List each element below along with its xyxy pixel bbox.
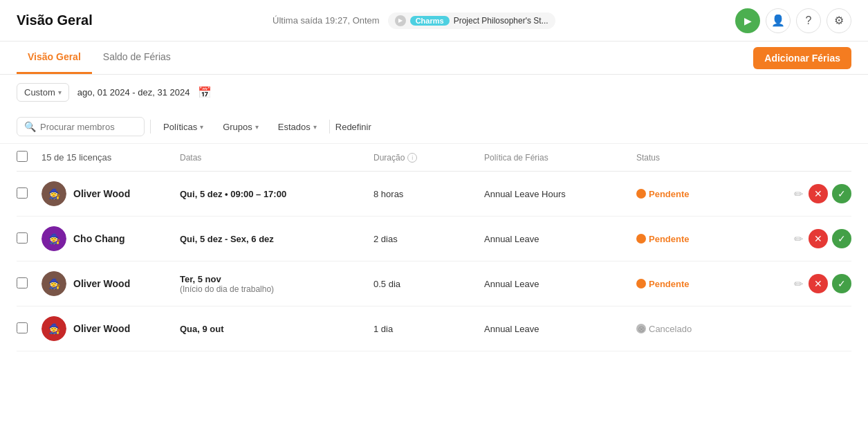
start-timer-button[interactable]: ▶: [735, 8, 760, 33]
row-checkbox[interactable]: [17, 322, 28, 333]
groups-filter-button[interactable]: Grupos ▾: [216, 118, 266, 136]
tab-list: Visão Geral Saldo de Férias: [17, 42, 182, 74]
duration-cell: 0.5 dia: [373, 279, 484, 289]
date-cell: Qui, 5 dez • 09:00 – 17:00: [180, 189, 373, 199]
status-badge: ⊗ Cancelado: [636, 324, 692, 334]
status-dot-icon: [636, 279, 646, 288]
tab-saldo-ferias[interactable]: Saldo de Férias: [92, 42, 182, 74]
duration-cell: 1 dia: [373, 324, 484, 334]
active-project-badge[interactable]: ▶ Charms Project Philosopher's St...: [388, 12, 555, 29]
status-cell: Pendente: [636, 234, 761, 244]
policy-cell: Annual Leave: [484, 234, 636, 244]
policies-filter-button[interactable]: Políticas ▾: [156, 118, 210, 136]
reject-button[interactable]: ✕: [809, 184, 828, 203]
status-badge: Pendente: [636, 234, 690, 244]
row-checkbox[interactable]: [17, 232, 28, 244]
status-badge: Pendente: [636, 279, 690, 289]
duration-cell: 2 dias: [373, 234, 484, 244]
edit-icon[interactable]: ✏: [793, 186, 804, 202]
member-name: Oliver Wood: [73, 278, 130, 289]
avatar: 🧙: [41, 181, 66, 206]
policies-label: Políticas: [163, 122, 197, 132]
user-profile-button[interactable]: 👤: [766, 8, 791, 33]
row-actions: ✏ ✕ ✓: [761, 274, 851, 293]
approve-button[interactable]: ✓: [832, 229, 851, 248]
member-name: Oliver Wood: [73, 188, 130, 199]
duration-info-icon[interactable]: i: [407, 153, 417, 163]
tab-bar: Visão Geral Saldo de Férias Adicionar Fé…: [0, 42, 868, 75]
tab-visao-geral[interactable]: Visão Geral: [17, 42, 92, 74]
row-actions: ✏ ✕ ✓: [761, 184, 851, 203]
search-icon: 🔍: [24, 121, 36, 132]
divider: [150, 120, 151, 134]
row-checkbox[interactable]: [17, 187, 28, 199]
chevron-down-icon: ▾: [200, 123, 203, 131]
col-status: Status: [636, 153, 761, 163]
chevron-down-icon: ▾: [255, 123, 259, 131]
avatar: 🧙: [41, 316, 66, 341]
chevron-down-icon: ▾: [313, 123, 317, 131]
project-name: Project Philosopher's St...: [454, 16, 548, 26]
row-checkbox[interactable]: [17, 277, 28, 288]
status-badge: Pendente: [636, 189, 690, 199]
status-dot-icon: ⊗: [636, 324, 646, 333]
last-exit-text: Última saída 19:27, Ontem: [273, 15, 380, 26]
col-policy: Política de Férias: [484, 153, 636, 163]
date-filter-bar: Custom ▾ ago, 01 2024 - dez, 31 2024 📅: [0, 75, 868, 110]
leave-table: 15 de 15 licenças Datas Duração i Políti…: [0, 144, 868, 351]
member-name: Cho Chang: [73, 233, 125, 244]
status-cell: Pendente: [636, 189, 761, 199]
select-all-checkbox[interactable]: [17, 151, 28, 162]
table-row: 🧙 Cho Chang Qui, 5 dez - Sex, 6 dez 2 di…: [17, 217, 851, 262]
member-cell: 🧙 Oliver Wood: [41, 271, 180, 296]
divider: [329, 120, 330, 134]
reject-button[interactable]: ✕: [809, 229, 828, 248]
approve-button[interactable]: ✓: [832, 274, 851, 293]
edit-icon[interactable]: ✏: [793, 231, 804, 247]
policy-cell: Annual Leave: [484, 279, 636, 289]
policy-cell: Annual Leave: [484, 324, 636, 334]
avatar: 🧙: [41, 271, 66, 296]
table-row: 🧙 Oliver Wood Qui, 5 dez • 09:00 – 17:00…: [17, 172, 851, 217]
status-dot-icon: [636, 234, 646, 244]
col-dates: Datas: [180, 153, 373, 163]
licenses-count: 15 de 15 licenças: [41, 152, 180, 163]
states-filter-button[interactable]: Estados ▾: [271, 118, 324, 136]
date-filter-label: Custom: [24, 87, 55, 98]
date-cell: Qui, 5 dez - Sex, 6 dez: [180, 234, 373, 244]
project-tag: Charms: [410, 16, 450, 26]
table-header-row: 15 de 15 licenças Datas Duração i Políti…: [17, 144, 851, 172]
settings-button[interactable]: ⚙: [827, 8, 851, 33]
chevron-down-icon: ▾: [58, 89, 62, 96]
help-button[interactable]: ?: [796, 8, 821, 33]
avatar: 🧙: [41, 226, 66, 251]
calendar-icon[interactable]: 📅: [198, 86, 212, 99]
groups-label: Grupos: [223, 122, 252, 132]
reset-filters-button[interactable]: Redefinir: [335, 118, 371, 136]
edit-icon[interactable]: ✏: [793, 276, 804, 292]
play-indicator-icon: ▶: [395, 15, 406, 26]
status-cell: ⊗ Cancelado: [636, 324, 761, 334]
row-actions: ✏ ✕ ✓: [761, 229, 851, 248]
page-title: Visão Geral: [17, 12, 93, 28]
date-period-dropdown[interactable]: Custom ▾: [17, 83, 69, 102]
member-cell: 🧙 Oliver Wood: [41, 316, 180, 341]
page-header: Visão Geral Última saída 19:27, Ontem ▶ …: [0, 0, 868, 42]
approve-button[interactable]: ✓: [832, 184, 851, 203]
member-cell: 🧙 Cho Chang: [41, 226, 180, 251]
reject-button[interactable]: ✕: [809, 274, 828, 293]
date-cell: Ter, 5 nov (Início do dia de trabalho): [180, 274, 373, 294]
add-vacation-button[interactable]: Adicionar Férias: [753, 47, 851, 69]
date-cell: Qua, 9 out: [180, 324, 373, 334]
search-wrapper: 🔍: [17, 117, 145, 136]
states-label: Estados: [278, 122, 311, 132]
search-filter-bar: 🔍 Políticas ▾ Grupos ▾ Estados ▾ Redefin…: [0, 110, 868, 144]
table-row: 🧙 Oliver Wood Qua, 9 out 1 dia Annual Le…: [17, 306, 851, 351]
date-range-text: ago, 01 2024 - dez, 31 2024: [77, 87, 190, 98]
header-center: Última saída 19:27, Ontem ▶ Charms Proje…: [273, 12, 555, 29]
duration-cell: 8 horas: [373, 189, 484, 199]
status-cell: Pendente: [636, 279, 761, 289]
search-input[interactable]: [40, 122, 137, 132]
member-cell: 🧙 Oliver Wood: [41, 181, 180, 206]
col-duration: Duração i: [373, 153, 484, 163]
